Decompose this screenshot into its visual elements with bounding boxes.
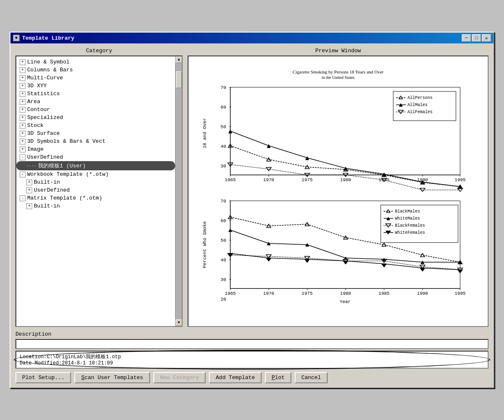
- expander-3d-surface[interactable]: +: [20, 131, 25, 137]
- title-bar: ■ Template Library ─ □ ✕: [10, 33, 494, 43]
- tree-label-area: Area: [27, 99, 40, 105]
- description-label: Description: [15, 331, 489, 337]
- location-text: Location:C:\OriginLab\我的模板1.otp: [20, 353, 484, 360]
- window-icon: ■: [13, 35, 20, 41]
- tree-label-specialized: Specialized: [27, 114, 63, 121]
- tree-scrollbar[interactable]: ▲ ▼: [175, 56, 182, 326]
- tree-item-area[interactable]: + Area: [16, 98, 175, 106]
- expander-specialized[interactable]: +: [20, 115, 25, 121]
- expander-columns-bars[interactable]: +: [20, 67, 25, 73]
- tree-label-3d-surface: 3D Surface: [27, 130, 60, 137]
- plot-button[interactable]: Plot: [265, 372, 291, 383]
- tree-label-multi-curve: Multi-Curve: [27, 75, 63, 81]
- tree-label-3d-symbols: 3D Symbols & Bars & Vect: [27, 138, 105, 144]
- svg-text:70: 70: [221, 199, 226, 204]
- expander-3d-xyy[interactable]: +: [20, 83, 25, 89]
- tree-item-3d-surface[interactable]: + 3D Surface: [16, 129, 175, 137]
- svg-text:40: 40: [221, 144, 226, 149]
- preview-panel: Cigarette Smoking by Persons 18 Years an…: [188, 56, 489, 327]
- tree-label-workbook: Workbook Template (*.otw): [27, 171, 109, 177]
- tree-item-contour[interactable]: + Contour: [16, 106, 175, 114]
- svg-text:Year: Year: [340, 299, 351, 304]
- expander-workbook[interactable]: -: [20, 172, 25, 177]
- expander-userdefined2[interactable]: +: [26, 187, 32, 193]
- tree-item-line-symbol[interactable]: + Line & Symbol: [16, 58, 175, 66]
- column-headers: Category Preview Window: [15, 48, 489, 54]
- svg-text:1995: 1995: [455, 291, 466, 296]
- expander-contour[interactable]: +: [20, 107, 25, 113]
- expander-line-symbol[interactable]: +: [20, 59, 25, 65]
- expander-builtin2[interactable]: +: [26, 203, 32, 209]
- tree-item-matrix[interactable]: - Matrix Template (*.otm): [16, 194, 175, 202]
- svg-text:Percent Who Smoke: Percent Who Smoke: [202, 221, 207, 268]
- tree-inner[interactable]: + Line & Symbol + Columns & Bars + Multi…: [16, 56, 175, 326]
- scroll-track[interactable]: [176, 63, 182, 319]
- chart-title-main: Cigarette Smoking by Persons 18 Years an…: [293, 69, 384, 74]
- new-category-button[interactable]: New Category: [153, 372, 206, 383]
- svg-text:70: 70: [221, 85, 226, 90]
- svg-text:1970: 1970: [263, 291, 274, 296]
- tree-item-columns-bars[interactable]: + Columns & Bars: [16, 66, 175, 74]
- tree-item-userdefined2[interactable]: + UserDefined: [16, 186, 175, 194]
- tree-label-builtin: Built-in: [34, 179, 60, 185]
- tree-item-userdefined[interactable]: - UserDefined: [16, 153, 175, 161]
- minimize-button[interactable]: ─: [462, 34, 471, 42]
- tree-item-3d-symbols[interactable]: + 3D Symbols & Bars & Vect: [16, 137, 175, 145]
- two-column-layout: + Line & Symbol + Columns & Bars + Multi…: [15, 56, 489, 327]
- preview-label: Preview Window: [188, 48, 489, 54]
- expander-area[interactable]: +: [20, 99, 25, 105]
- svg-text:40: 40: [221, 258, 226, 263]
- svg-text:1980: 1980: [340, 291, 351, 296]
- add-template-button[interactable]: Add Template: [209, 372, 262, 383]
- expander-multi-curve[interactable]: +: [20, 75, 25, 81]
- tree-item-builtin2[interactable]: + Built-in: [16, 202, 175, 210]
- plot-setup-button[interactable]: Plot Setup...: [15, 372, 71, 383]
- scroll-up-button[interactable]: ▲: [176, 56, 182, 63]
- tree-label-my-template: 我的模板1 (User): [38, 162, 86, 170]
- expander-statistics[interactable]: +: [20, 91, 25, 97]
- tree-label-userdefined2: UserDefined: [34, 187, 70, 193]
- tree-item-image[interactable]: + Image: [16, 145, 175, 153]
- svg-marker-116: [382, 264, 387, 267]
- scroll-down-button[interactable]: ▼: [176, 319, 182, 326]
- svg-text:30: 30: [221, 164, 226, 169]
- expander-builtin[interactable]: +: [26, 180, 32, 185]
- svg-text:AllFemales: AllFemales: [407, 110, 433, 114]
- svg-text:AllMales: AllMales: [407, 103, 428, 107]
- tree-item-builtin[interactable]: + Built-in: [16, 178, 175, 186]
- chart2-svg: 70 60 50 40 30 20 1965: [201, 197, 485, 314]
- svg-text:BlackMales: BlackMales: [395, 209, 420, 214]
- tree-item-my-template[interactable]: ···· 我的模板1 (User): [16, 161, 175, 170]
- tree-label-columns-bars: Columns & Bars: [27, 67, 73, 73]
- svg-text:1965: 1965: [225, 291, 236, 296]
- cancel-button[interactable]: Cancel: [295, 372, 328, 383]
- tree-item-3d-xyy[interactable]: + 3D XYY: [16, 82, 175, 90]
- tree-item-specialized[interactable]: + Specialized: [16, 114, 175, 121]
- tree-item-stock[interactable]: + Stock: [16, 121, 175, 129]
- selected-item-dots: ····: [26, 164, 36, 168]
- svg-marker-115: [343, 261, 348, 264]
- svg-text:30: 30: [221, 277, 226, 282]
- svg-text:1975: 1975: [302, 177, 313, 182]
- scroll-thumb[interactable]: [176, 71, 182, 88]
- category-tree-panel[interactable]: + Line & Symbol + Columns & Bars + Multi…: [15, 56, 183, 327]
- expander-3d-symbols[interactable]: +: [20, 139, 25, 144]
- maximize-button[interactable]: □: [472, 34, 481, 42]
- expander-userdefined[interactable]: -: [20, 154, 25, 160]
- close-button[interactable]: ✕: [482, 34, 491, 42]
- description-input[interactable]: [15, 339, 489, 349]
- svg-text:50: 50: [221, 238, 226, 243]
- tree-item-multi-curve[interactable]: + Multi-Curve: [16, 74, 175, 82]
- title-buttons: ─ □ ✕: [462, 34, 491, 42]
- expander-image[interactable]: +: [20, 147, 25, 152]
- svg-text:1985: 1985: [379, 291, 389, 296]
- chart1-svg: 70 60 50 40 30 1965: [201, 83, 485, 192]
- expander-matrix[interactable]: -: [20, 195, 25, 201]
- title-bar-left: ■ Template Library: [13, 35, 74, 41]
- expander-stock[interactable]: +: [20, 123, 25, 129]
- tree-item-workbook[interactable]: - Workbook Template (*.otw): [16, 170, 175, 178]
- tree-item-statistics[interactable]: + Statistics: [16, 90, 175, 98]
- scan-user-templates-button[interactable]: SScan User Templatescan User Templates: [74, 372, 150, 383]
- svg-text:WhiteMales: WhiteMales: [395, 216, 420, 221]
- window-title: Template Library: [22, 35, 74, 41]
